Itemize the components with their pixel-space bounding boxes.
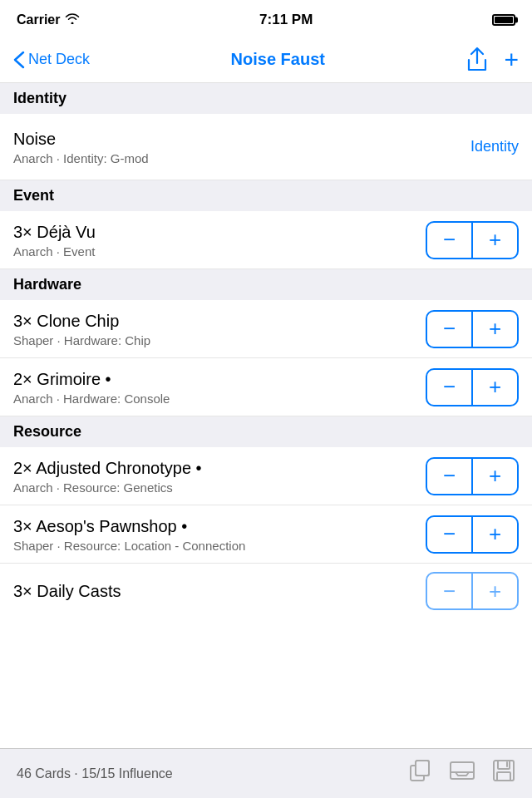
- svg-rect-1: [416, 761, 429, 776]
- nav-bar: Net Deck Noise Faust +: [0, 37, 532, 83]
- nav-title: Noise Faust: [231, 50, 325, 69]
- item-subtitle-deja-vu: Anarch · Event: [13, 244, 416, 259]
- section-header-hardware: Hardware: [0, 269, 532, 300]
- item-controls-clone-chip: − +: [426, 310, 519, 348]
- bottom-bar: 46 Cards · 15/15 Influence: [0, 748, 532, 798]
- identity-subtitle: Anarch · Identity: G-mod: [13, 151, 461, 165]
- identity-row: Noise Anarch · Identity: G-mod Identity: [0, 114, 532, 180]
- section-header-event: Event: [0, 180, 532, 211]
- decrease-clone-chip[interactable]: −: [426, 310, 472, 348]
- item-controls-aesops-pawnshop: − +: [426, 515, 519, 554]
- item-subtitle-grimoire: Anarch · Hardware: Console: [13, 392, 416, 406]
- item-info-aesops-pawnshop: 3× Aesop's Pawnshop • Shaper · Resource:…: [13, 515, 426, 553]
- decrease-daily-casts[interactable]: −: [426, 572, 472, 610]
- bottom-status: 46 Cards · 15/15 Influence: [17, 766, 173, 781]
- item-name-deja-vu: 3× Déjà Vu: [13, 221, 416, 243]
- item-info-grimoire: 2× Grimoire • Anarch · Hardware: Console: [13, 368, 426, 406]
- status-bar: Carrier 7:11 PM: [0, 0, 532, 37]
- increase-grimoire[interactable]: +: [472, 368, 519, 406]
- item-subtitle-aesops-pawnshop: Shaper · Resource: Location - Connection: [13, 539, 416, 553]
- item-name-aesops-pawnshop: 3× Aesop's Pawnshop •: [13, 515, 416, 537]
- decrease-deja-vu[interactable]: −: [426, 221, 472, 259]
- increase-aesops-pawnshop[interactable]: +: [472, 515, 519, 554]
- list-item-aesops-pawnshop: 3× Aesop's Pawnshop • Shaper · Resource:…: [0, 505, 532, 564]
- list-item-deja-vu: 3× Déjà Vu Anarch · Event − +: [0, 211, 532, 269]
- increase-clone-chip[interactable]: +: [472, 310, 519, 348]
- bottom-icons: [409, 759, 515, 788]
- battery-icon: [492, 14, 515, 26]
- increase-daily-casts[interactable]: +: [472, 572, 519, 610]
- copy-icon[interactable]: [409, 759, 432, 788]
- list-item-grimoire: 2× Grimoire • Anarch · Hardware: Console…: [0, 358, 532, 416]
- item-controls-adjusted-chronotype: − +: [426, 457, 519, 495]
- carrier-label: Carrier: [17, 12, 60, 27]
- item-name-daily-casts: 3× Daily Casts: [13, 580, 416, 602]
- item-name-adjusted-chronotype: 2× Adjusted Chronotype •: [13, 457, 416, 479]
- share-button[interactable]: [466, 47, 489, 73]
- list-item-adjusted-chronotype: 2× Adjusted Chronotype • Anarch · Resour…: [0, 447, 532, 505]
- item-controls-deja-vu: − +: [426, 221, 519, 259]
- save-icon[interactable]: [492, 759, 515, 788]
- item-subtitle-clone-chip: Shaper · Hardware: Chip: [13, 333, 416, 347]
- item-info-daily-casts: 3× Daily Casts: [13, 580, 426, 602]
- status-time: 7:11 PM: [259, 12, 313, 28]
- svg-rect-6: [506, 761, 508, 767]
- svg-rect-5: [497, 772, 510, 781]
- list-item-clone-chip: 3× Clone Chip Shaper · Hardware: Chip − …: [0, 300, 532, 358]
- inbox-icon[interactable]: [449, 761, 475, 786]
- back-button[interactable]: Net Deck: [13, 51, 90, 69]
- identity-info: Noise Anarch · Identity: G-mod: [13, 128, 470, 165]
- status-left: Carrier: [17, 12, 80, 27]
- section-header-resource: Resource: [0, 416, 532, 447]
- item-name-clone-chip: 3× Clone Chip: [13, 310, 416, 332]
- decrease-aesops-pawnshop[interactable]: −: [426, 515, 472, 554]
- identity-side-label[interactable]: Identity: [470, 138, 519, 155]
- decrease-adjusted-chronotype[interactable]: −: [426, 457, 472, 495]
- back-label: Net Deck: [28, 51, 90, 68]
- identity-name: Noise: [13, 128, 461, 150]
- nav-actions: +: [466, 46, 519, 74]
- item-info-adjusted-chronotype: 2× Adjusted Chronotype • Anarch · Resour…: [13, 457, 426, 495]
- item-subtitle-adjusted-chronotype: Anarch · Resource: Genetics: [13, 480, 416, 495]
- status-right: [492, 14, 515, 26]
- decrease-grimoire[interactable]: −: [426, 368, 472, 406]
- increase-adjusted-chronotype[interactable]: +: [472, 457, 519, 495]
- content-scroll: Identity Noise Anarch · Identity: G-mod …: [0, 83, 532, 668]
- item-controls-daily-casts: − +: [426, 572, 519, 610]
- item-info-clone-chip: 3× Clone Chip Shaper · Hardware: Chip: [13, 310, 426, 347]
- section-header-identity: Identity: [0, 83, 532, 114]
- increase-deja-vu[interactable]: +: [472, 221, 519, 259]
- add-button[interactable]: +: [504, 46, 519, 74]
- item-name-grimoire: 2× Grimoire •: [13, 368, 416, 390]
- item-info-deja-vu: 3× Déjà Vu Anarch · Event: [13, 221, 426, 259]
- item-controls-grimoire: − +: [426, 368, 519, 406]
- list-item-daily-casts: 3× Daily Casts − +: [0, 564, 532, 618]
- wifi-icon: [65, 12, 80, 27]
